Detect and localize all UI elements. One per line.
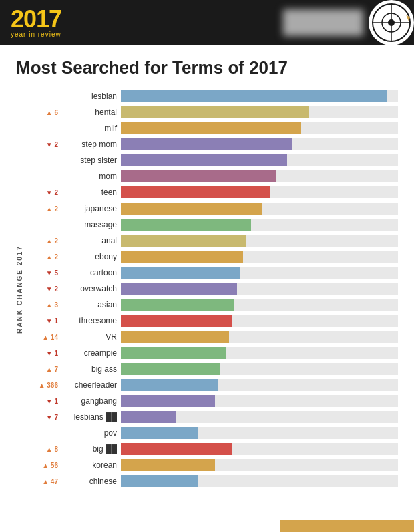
bar-container	[121, 363, 398, 375]
bar-container	[121, 427, 398, 439]
bar-container	[121, 219, 398, 231]
rank-change-value: ▼ 7	[26, 414, 61, 421]
bar-row: ▲ 7big ass	[26, 362, 398, 376]
rank-change-label: RANK CHANGE 2017	[16, 245, 23, 334]
main-content: Most Searched for Terms of 2017 RANK CHA…	[0, 45, 414, 497]
bar-fill	[121, 186, 270, 198]
svg-point-4	[388, 19, 395, 26]
bar-fill	[121, 154, 287, 166]
rank-change-value: ▲ 2	[26, 205, 61, 213]
bar-container	[121, 459, 398, 471]
bar-row: ▼ 1threesome	[26, 313, 398, 328]
bar-row: ▲ 14VR	[26, 329, 398, 344]
rank-change-value: ▲ 3	[26, 301, 61, 309]
bar-container	[121, 475, 398, 487]
bar-row: ▼ 7lesbians ██	[26, 410, 398, 424]
bar-container	[121, 154, 398, 166]
bar-fill	[121, 475, 198, 487]
rank-change-value: ▼ 1	[26, 398, 61, 405]
bar-label: overwatch	[61, 284, 121, 293]
bar-label: ebony	[61, 252, 121, 261]
bar-label: lesbian	[61, 92, 121, 101]
bar-fill	[121, 363, 220, 375]
bar-label: lesbians ██	[61, 412, 121, 422]
bar-fill	[121, 251, 243, 263]
bar-label: anal	[61, 236, 121, 245]
bar-row: massage	[26, 217, 398, 232]
bar-fill	[121, 379, 218, 391]
rank-change-value: ▲ 14	[26, 334, 61, 341]
bar-fill	[121, 219, 251, 231]
rank-change-value: ▲ 47	[26, 478, 61, 485]
bar-label: japanese	[61, 204, 121, 213]
bar-row: ▲ 2ebony	[26, 249, 398, 264]
bar-label: VR	[61, 332, 121, 342]
bar-label: threesome	[61, 316, 121, 325]
bar-label: cheerleader	[61, 380, 121, 390]
page-title: Most Searched for Terms of 2017	[16, 57, 398, 78]
bar-container	[121, 347, 398, 359]
chart-inner: lesbian▲ 6hentaimilf▼ 2step momstep sist…	[26, 89, 398, 490]
footer-accent	[280, 520, 414, 532]
bar-fill	[121, 347, 226, 359]
bar-fill	[121, 411, 176, 423]
bar-fill	[121, 299, 234, 311]
bar-row: ▲ 8big ██	[26, 442, 398, 456]
bar-container	[121, 411, 398, 423]
bar-row: ▲ 56korean	[26, 458, 398, 473]
bar-label: gangbang	[61, 396, 121, 406]
rank-change-value: ▲ 6	[26, 109, 61, 116]
rank-change-value: ▲ 8	[26, 446, 61, 453]
bar-row: ▼ 2step mom	[26, 137, 398, 152]
rank-change-value: ▼ 2	[26, 285, 61, 293]
bar-container	[121, 331, 398, 343]
bar-fill	[121, 283, 237, 295]
bar-row: ▲ 2japanese	[26, 201, 398, 216]
bar-container	[121, 283, 398, 295]
bar-fill	[121, 235, 246, 247]
bar-row: mom	[26, 169, 398, 184]
bar-row: pov	[26, 426, 398, 440]
chart-area: RANK CHANGE 2017 lesbian▲ 6hentaimilf▼ 2…	[16, 89, 398, 490]
bar-label: big ██	[61, 444, 121, 454]
bar-row: ▲ 2anal	[26, 233, 398, 248]
bar-row: ▼ 2overwatch	[26, 281, 398, 296]
bar-fill	[121, 395, 215, 407]
bar-container	[121, 122, 398, 134]
bar-container	[121, 203, 398, 215]
bar-container	[121, 299, 398, 311]
rank-change-value: ▲ 56	[26, 462, 61, 469]
bar-row: ▲ 3asian	[26, 297, 398, 312]
bar-row: ▲ 47chinese	[26, 474, 398, 489]
bar-fill	[121, 443, 232, 455]
bar-fill	[121, 122, 301, 134]
bar-fill	[121, 106, 309, 118]
bar-label: massage	[61, 220, 121, 229]
rank-change-value: ▲ 366	[26, 382, 61, 389]
bar-container	[121, 379, 398, 391]
bar-container	[121, 395, 398, 407]
bar-row: ▼ 1creampie	[26, 346, 398, 360]
bar-container	[121, 235, 398, 247]
logo: 2017 year in review	[11, 7, 61, 38]
bar-label: korean	[61, 460, 121, 470]
bar-label: asian	[61, 300, 121, 309]
bar-container	[121, 186, 398, 198]
bar-label: mom	[61, 172, 121, 181]
bar-container	[121, 106, 398, 118]
header-blur	[283, 9, 363, 36]
rank-change-value: ▼ 2	[26, 141, 61, 148]
rank-change-value: ▲ 2	[26, 237, 61, 245]
bar-row: ▲ 6hentai	[26, 105, 398, 120]
header-logo-circle	[369, 0, 414, 45]
bar-label: step sister	[61, 156, 121, 165]
bar-container	[121, 251, 398, 263]
bar-fill	[121, 267, 240, 279]
bar-row: step sister	[26, 153, 398, 168]
bar-label: step mom	[61, 140, 121, 149]
bar-fill	[121, 427, 198, 439]
bar-row: lesbian	[26, 89, 398, 104]
bar-label: hentai	[61, 108, 121, 117]
bar-container	[121, 267, 398, 279]
bar-label: creampie	[61, 348, 121, 358]
